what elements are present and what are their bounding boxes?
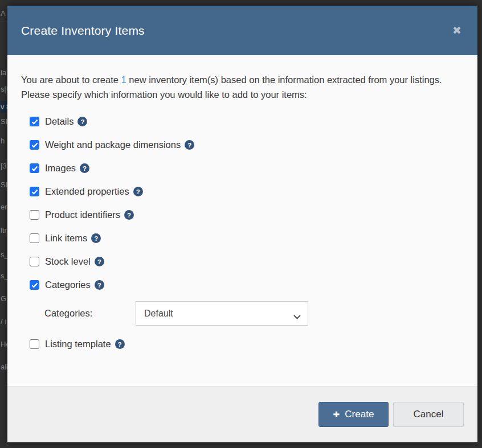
background-text-fragment: h xyxy=(1,137,5,145)
background-text-fragment: G xyxy=(1,294,6,303)
create-inventory-items-dialog: Create Inventory Items ✖ You are about t… xyxy=(7,6,477,442)
item-count: 1 xyxy=(121,75,126,85)
option-row-weight-dimensions: Weight and package dimensions ? xyxy=(30,140,464,150)
option-row-listing-template: Listing template ? xyxy=(30,339,464,349)
dialog-body: You are about to create 1 new inventory … xyxy=(7,55,477,386)
create-button-label: Create xyxy=(345,409,374,420)
background-text-fragment: [3 xyxy=(1,162,7,170)
option-label[interactable]: Product identifiers xyxy=(45,209,120,220)
cancel-button[interactable]: Cancel xyxy=(393,402,464,427)
help-icon[interactable]: ? xyxy=(133,187,143,196)
option-label[interactable]: Stock level xyxy=(45,256,91,267)
categories-field-row: Categories: Default xyxy=(44,301,464,326)
option-row-details: Details ? xyxy=(30,117,464,126)
help-icon[interactable]: ? xyxy=(80,163,89,173)
help-icon[interactable]: ? xyxy=(95,257,104,266)
weight-dimensions-checkbox[interactable] xyxy=(30,140,39,150)
background-text-fragment: SI xyxy=(1,180,7,189)
help-icon[interactable]: ? xyxy=(185,140,194,150)
plus-icon: ✚ xyxy=(333,410,340,419)
help-icon[interactable]: ? xyxy=(91,233,101,243)
categories-select[interactable]: Default xyxy=(136,301,308,326)
option-row-categories: Categories ? xyxy=(30,280,464,290)
link-items-checkbox[interactable] xyxy=(30,233,39,243)
option-row-extended-properties: Extended properties ? xyxy=(30,187,464,196)
help-icon[interactable]: ? xyxy=(124,210,134,220)
background-page-divider xyxy=(0,22,7,22)
intro-text: You are about to create 1 new inventory … xyxy=(21,72,454,102)
categories-select-wrap: Default xyxy=(136,301,308,326)
intro-before: You are about to create xyxy=(21,75,121,85)
help-icon[interactable]: ? xyxy=(95,280,104,290)
option-label[interactable]: Listing template xyxy=(45,339,111,350)
background-text-fragment: SI xyxy=(1,117,7,126)
option-label[interactable]: Link items xyxy=(45,233,87,244)
option-row-images: Images ? xyxy=(30,163,464,173)
option-label[interactable]: Weight and package dimensions xyxy=(45,139,181,150)
listing-template-checkbox[interactable] xyxy=(30,339,39,349)
create-button[interactable]: ✚ Create xyxy=(318,402,389,427)
details-checkbox[interactable] xyxy=(30,117,39,126)
product-identifiers-checkbox[interactable] xyxy=(30,210,39,220)
stock-level-checkbox[interactable] xyxy=(30,257,39,266)
dialog-title: Create Inventory Items xyxy=(21,24,145,38)
images-checkbox[interactable] xyxy=(30,163,39,173)
help-icon[interactable]: ? xyxy=(115,339,125,349)
extended-properties-checkbox[interactable] xyxy=(30,187,39,196)
categories-checkbox[interactable] xyxy=(30,280,39,290)
background-text-fragment: er xyxy=(1,203,7,211)
option-label[interactable]: Images xyxy=(45,163,76,174)
option-label[interactable]: Extended properties xyxy=(45,186,129,197)
help-icon[interactable]: ? xyxy=(77,117,87,126)
background-text-fragment: ltr xyxy=(1,226,7,235)
option-row-stock-level: Stock level ? xyxy=(30,257,464,266)
categories-field-label: Categories: xyxy=(44,308,136,319)
option-label[interactable]: Categories xyxy=(45,280,91,290)
option-label[interactable]: Details xyxy=(45,116,73,127)
background-text-fragment: A xyxy=(1,9,6,18)
option-row-link-items: Link items ? xyxy=(30,233,464,243)
background-text-fragment: / i xyxy=(1,317,6,326)
close-icon[interactable]: ✖ xyxy=(450,23,464,38)
option-row-product-identifiers: Product identifiers ? xyxy=(30,210,464,220)
dialog-footer: ✚ Create Cancel xyxy=(7,386,477,442)
dialog-header: Create Inventory Items ✖ xyxy=(7,6,477,55)
background-text-fragment: ia xyxy=(1,68,6,77)
